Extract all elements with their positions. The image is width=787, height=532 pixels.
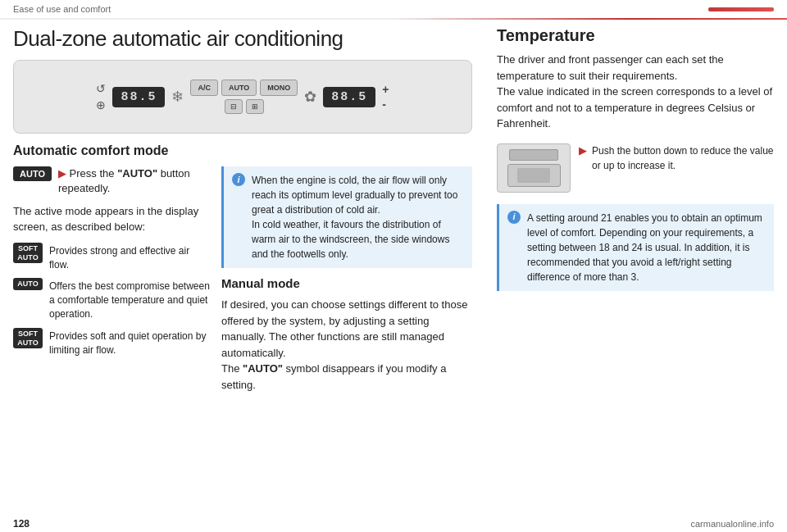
right-column: Temperature The driver and front passeng… — [489, 26, 774, 514]
info-row-engine: i When the engine is cold, the air flow … — [232, 173, 464, 261]
engine-cold-text: When the engine is cold, the air flow wi… — [252, 173, 464, 261]
page-number: 128 — [13, 518, 30, 530]
info-icon-1: i — [232, 173, 245, 186]
top-bar: Ease of use and comfort — [0, 0, 787, 18]
right-temp-display: 88.5 — [323, 87, 375, 107]
vent-btn-2[interactable]: ⊞ — [246, 99, 264, 114]
panel-left-icons: ↺ ⊕ — [96, 82, 106, 111]
fan-left-icon: ⊕ — [96, 98, 106, 111]
mode-desc-2: Offers the best compromise between a com… — [49, 278, 210, 321]
temp-instruction-text: Push the button down to reduce the value… — [592, 143, 774, 173]
mode-desc-1: Provides strong and effective air flow. — [49, 243, 210, 272]
soft-auto-badge-3: SOFT AUTO — [13, 328, 43, 349]
mode-row-2: AUTO Offers the best compromise between … — [13, 278, 210, 321]
accent-bar — [708, 7, 774, 11]
left-fan-area: ❄ — [171, 88, 184, 106]
panel-button-row: A/C AUTO MONO — [190, 80, 298, 96]
auto-only-badge: AUTO — [13, 278, 43, 290]
temperature-description: The driver and front passenger can each … — [497, 52, 774, 132]
soft-auto-badge-1: SOFT AUTO — [13, 243, 43, 264]
setting-info-box: i A setting around 21 enables you to obt… — [497, 204, 774, 291]
info-row-setting: i A setting around 21 enables you to obt… — [507, 211, 766, 284]
mono-button[interactable]: MONO — [260, 80, 298, 96]
panel-vent-row: ⊟ ⊞ — [225, 99, 264, 114]
auto-instruction-row: AUTO ▶ Press the "AUTO" button repeatedl… — [13, 166, 210, 196]
auto-badge: AUTO — [13, 166, 52, 181]
right-inner-col: i When the engine is cold, the air flow … — [221, 166, 472, 393]
section-label: Ease of use and comfort — [13, 4, 111, 14]
temperature-header: Temperature — [497, 26, 774, 45]
recirculate-icon: ↺ — [96, 82, 106, 95]
manual-mode-text: If desired, you can choose settings diff… — [221, 297, 472, 393]
two-col-layout: AUTO ▶ Press the "AUTO" button repeatedl… — [13, 166, 472, 393]
top-divider — [0, 18, 787, 20]
temp-control-area: ▶ Push the button down to reduce the val… — [497, 143, 774, 193]
temp-knob-inner — [517, 168, 550, 183]
right-plus-minus: + - — [382, 83, 389, 111]
plus-icon[interactable]: + — [382, 83, 389, 96]
vent-btn-1[interactable]: ⊟ — [225, 99, 243, 114]
page-title: Dual-zone automatic air conditioning — [13, 26, 472, 52]
left-temp-display: 88.5 — [112, 87, 165, 107]
auto-instruction-text: ▶ Press the "AUTO" button repeatedly. — [58, 166, 210, 196]
left-column: Dual-zone automatic air conditioning ↺ ⊕… — [13, 26, 489, 514]
mode-row-1: SOFT AUTO Provides strong and effective … — [13, 243, 210, 272]
ac-panel-illustration: ↺ ⊕ 88.5 ❄ A/C AUTO MONO ⊟ ⊞ — [13, 60, 472, 134]
temp-knob-visual — [507, 149, 561, 187]
left-inner-col: AUTO ▶ Press the "AUTO" button repeatedl… — [13, 166, 210, 393]
left-fan-icon: ❄ — [171, 89, 184, 105]
right-fan-icon: ✿ — [304, 89, 316, 105]
temp-knob-top — [509, 149, 558, 161]
temp-instruction-row: ▶ Push the button down to reduce the val… — [579, 143, 774, 173]
temp-instruction-area: ▶ Push the button down to reduce the val… — [579, 143, 774, 173]
panel-center: A/C AUTO MONO ⊟ ⊞ — [190, 80, 298, 114]
temp-knob-body — [507, 164, 561, 187]
manual-mode-header: Manual mode — [221, 276, 472, 290]
active-mode-text: The active mode appears in the display s… — [13, 204, 210, 234]
arrow-bullet-temp: ▶ — [579, 144, 587, 157]
minus-icon[interactable]: - — [382, 98, 389, 111]
site-url: carmanualonline.info — [690, 519, 774, 529]
page-content: Dual-zone automatic air conditioning ↺ ⊕… — [0, 23, 787, 521]
bottom-bar: 128 carmanualonline.info — [0, 516, 787, 532]
setting-info-text: A setting around 21 enables you to obtai… — [527, 211, 766, 284]
info-icon-2: i — [507, 211, 521, 224]
right-fan-area: ✿ — [304, 88, 316, 106]
mode-row-3: SOFT AUTO Provides soft and quiet operat… — [13, 328, 210, 357]
arrow-bullet-1: ▶ — [58, 167, 66, 180]
temp-control-illustration — [497, 143, 571, 193]
section-automatic-comfort: Automatic comfort mode — [13, 143, 472, 158]
ac-button[interactable]: A/C — [190, 80, 218, 96]
auto-button[interactable]: AUTO — [221, 80, 257, 96]
press-auto-text: Press the "AUTO" button repeatedly. — [58, 167, 190, 194]
mode-desc-3: Provides soft and quiet operation by lim… — [49, 328, 210, 357]
engine-cold-info-box: i When the engine is cold, the air flow … — [221, 166, 472, 268]
